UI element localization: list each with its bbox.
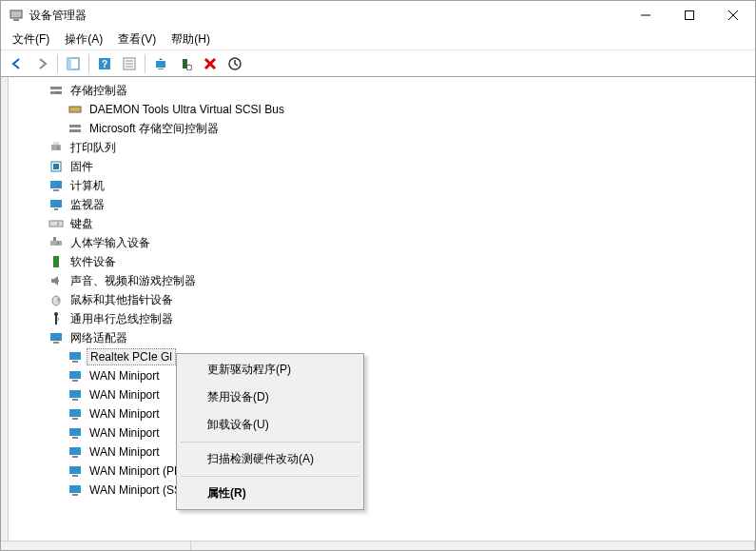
ctx-disable-device[interactable]: 禁用设备(D) — [179, 384, 361, 411]
chevron-right-icon[interactable]: › — [52, 294, 64, 305]
back-button[interactable] — [6, 52, 29, 75]
show-hide-tree-button[interactable] — [62, 52, 85, 75]
node-label: 存储控制器 — [68, 82, 130, 100]
svg-rect-51 — [69, 428, 81, 436]
device-tree[interactable]: ⌄ 存储控制器 DAEMON Tools Ultra Virtual SCSI … — [9, 77, 755, 541]
node-label: WAN Miniport — [87, 406, 163, 422]
chevron-right-icon[interactable]: › — [52, 275, 64, 286]
tree-node-wan-miniport[interactable]: WAN Miniport — [9, 366, 755, 385]
node-label: 鼠标和其他指针设备 — [68, 291, 176, 309]
tree-node-wan-miniport[interactable]: WAN Miniport — [9, 423, 755, 443]
ctx-update-driver[interactable]: 更新驱动程序(P) — [179, 356, 361, 384]
network-adapter-icon — [68, 482, 83, 498]
chevron-down-icon[interactable]: ⌄ — [52, 332, 64, 344]
uninstall-button[interactable] — [199, 52, 222, 75]
svg-rect-25 — [69, 129, 81, 132]
update-driver-button[interactable] — [149, 52, 172, 75]
tree-node-wan-miniport[interactable]: WAN Miniport — [9, 404, 755, 423]
help-button[interactable]: ? — [93, 52, 116, 75]
menu-help[interactable]: 帮助(H) — [164, 30, 218, 49]
toolbar-separator — [57, 54, 58, 73]
tree-node-firmware[interactable]: › 固件 — [9, 157, 755, 176]
tree-node-hid[interactable]: › 人体学输入设备 — [9, 233, 755, 252]
menu-action[interactable]: 操作(A) — [57, 30, 110, 49]
tree-node-computer[interactable]: › 计算机 — [9, 176, 755, 195]
svg-rect-46 — [72, 380, 78, 382]
window-controls — [624, 1, 755, 30]
minimize-button[interactable] — [624, 1, 668, 30]
tree-node-software-devices[interactable]: › 软件设备 — [9, 252, 755, 271]
disable-button[interactable] — [223, 52, 246, 75]
node-label: 通用串行总线控制器 — [68, 310, 176, 328]
node-label: 软件设备 — [68, 253, 119, 271]
properties-button[interactable] — [118, 52, 141, 75]
svg-rect-7 — [68, 58, 71, 69]
node-label: WAN Miniport — [87, 387, 163, 403]
svg-rect-54 — [72, 456, 78, 458]
chevron-right-icon[interactable]: › — [52, 256, 64, 267]
context-menu: 更新驱动程序(P) 禁用设备(D) 卸载设备(U) 扫描检测硬件改动(A) 属性… — [176, 353, 364, 510]
tree-node-daemon-tools[interactable]: DAEMON Tools Ultra Virtual SCSI Bus — [9, 100, 755, 119]
toolbar-separator — [88, 54, 89, 73]
maximize-button[interactable] — [668, 1, 711, 30]
svg-rect-23 — [69, 107, 81, 112]
svg-rect-24 — [69, 125, 81, 128]
tree-node-network-adapters[interactable]: ⌄ 网络适配器 — [9, 328, 755, 347]
statusbar — [1, 541, 755, 550]
svg-rect-48 — [72, 399, 78, 401]
chevron-right-icon[interactable]: › — [52, 180, 64, 191]
tree-node-wan-miniport[interactable]: WAN Miniport — [9, 443, 755, 462]
tree-node-realtek[interactable]: Realtek PCIe Gl — [9, 347, 755, 366]
node-label: WAN Miniport — [87, 368, 163, 384]
tree-node-mouse[interactable]: › 鼠标和其他指针设备 — [9, 290, 755, 309]
ctx-scan-hardware[interactable]: 扫描检测硬件改动(A) — [179, 445, 361, 473]
ctx-separator — [181, 442, 359, 443]
svg-rect-3 — [686, 11, 694, 20]
node-label: 监视器 — [68, 196, 107, 214]
chevron-right-icon[interactable]: › — [52, 237, 64, 248]
svg-rect-45 — [69, 371, 81, 379]
storage-space-icon — [68, 121, 83, 136]
svg-rect-58 — [72, 494, 78, 496]
ctx-uninstall-device[interactable]: 卸载设备(U) — [179, 411, 361, 439]
chevron-down-icon[interactable]: ⌄ — [52, 85, 64, 96]
forward-button[interactable] — [30, 52, 53, 75]
node-label: WAN Miniport — [87, 425, 163, 441]
chevron-right-icon[interactable]: › — [52, 199, 64, 210]
chevron-right-icon[interactable]: › — [52, 313, 64, 325]
menu-view[interactable]: 查看(V) — [110, 30, 164, 49]
svg-rect-52 — [72, 437, 78, 439]
menu-file[interactable]: 文件(F) — [5, 30, 57, 49]
svg-rect-14 — [156, 61, 165, 68]
node-label: 键盘 — [68, 215, 96, 233]
tree-node-wan-miniport[interactable]: WAN Miniport — [9, 385, 755, 404]
menubar: 文件(F) 操作(A) 查看(V) 帮助(H) — [1, 30, 755, 50]
svg-rect-0 — [10, 10, 22, 18]
tree-node-monitors[interactable]: › 监视器 — [9, 195, 755, 214]
scan-hardware-button[interactable] — [174, 52, 197, 75]
chevron-right-icon[interactable]: › — [52, 218, 64, 229]
tree-node-storage-controllers[interactable]: ⌄ 存储控制器 — [9, 81, 755, 100]
left-pane-strip — [1, 77, 9, 541]
network-adapter-icon — [68, 425, 83, 441]
close-button[interactable] — [711, 1, 755, 30]
tree-node-ms-storage[interactable]: Microsoft 存储空间控制器 — [9, 119, 755, 138]
tree-node-wan-miniport-sstp[interactable]: WAN Miniport (SSTP) — [9, 481, 755, 500]
svg-rect-1 — [13, 19, 19, 21]
content-area: ⌄ 存储控制器 DAEMON Tools Ultra Virtual SCSI … — [1, 77, 755, 541]
device-manager-window: 设备管理器 文件(F) 操作(A) 查看(V) 帮助(H) ? ⌄ — [0, 0, 756, 551]
svg-rect-15 — [158, 69, 164, 69]
tree-node-wan-miniport-pptp[interactable]: WAN Miniport (PPTP) — [9, 462, 755, 481]
tree-node-audio[interactable]: › 声音、视频和游戏控制器 — [9, 271, 755, 290]
tree-node-usb[interactable]: › 通用串行总线控制器 — [9, 309, 755, 328]
ctx-properties[interactable]: 属性(R) — [179, 480, 361, 507]
svg-rect-56 — [72, 475, 78, 477]
chevron-right-icon[interactable]: › — [52, 161, 64, 172]
tree-node-print-queues[interactable]: › 打印队列 — [9, 138, 755, 157]
node-label: DAEMON Tools Ultra Virtual SCSI Bus — [87, 102, 287, 117]
tree-node-keyboards[interactable]: › 键盘 — [9, 214, 755, 233]
chevron-right-icon[interactable]: › — [52, 142, 64, 153]
svg-rect-55 — [69, 466, 81, 474]
node-label: 计算机 — [68, 177, 107, 195]
node-label: 打印队列 — [68, 139, 119, 157]
